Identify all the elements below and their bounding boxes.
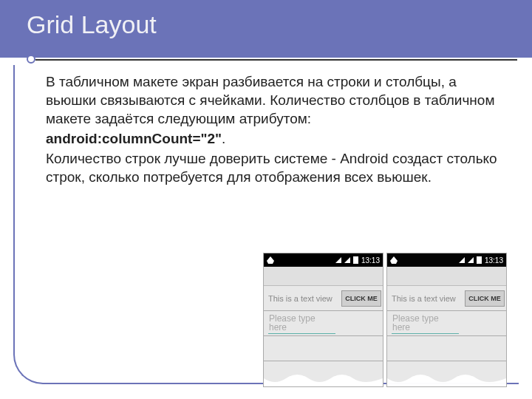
slide-header: Grid Layout xyxy=(0,0,532,58)
attribute-code: android:columnCount="2" xyxy=(46,131,222,146)
app-bar xyxy=(264,267,383,286)
slide-content: В табличном макете экран разбивается на … xyxy=(15,65,519,186)
android-icon xyxy=(390,256,398,264)
click-me-button[interactable]: CLICK ME xyxy=(465,290,505,307)
status-bar: 13:13 xyxy=(264,253,383,267)
text-input[interactable]: Please type here xyxy=(268,313,335,334)
phone-mockup-group: 13:13 This is a text view CLICK ME Pleas… xyxy=(263,253,507,387)
status-time: 13:13 xyxy=(361,256,380,265)
battery-icon xyxy=(477,256,482,264)
paragraph-1: В табличном макете экран разбивается на … xyxy=(46,72,504,128)
divider-line xyxy=(35,59,517,61)
status-time: 13:13 xyxy=(485,256,503,265)
grid-row-3 xyxy=(387,336,506,361)
status-bar: 13:13 xyxy=(387,253,506,267)
text-input[interactable]: Please type here xyxy=(392,313,459,334)
divider-dot xyxy=(27,55,35,64)
divider xyxy=(27,56,517,64)
attribute-line: android:columnCount="2". xyxy=(46,129,504,148)
attribute-suffix: . xyxy=(222,131,225,146)
textview-cell: This is a text view xyxy=(264,294,340,303)
grid-row-3 xyxy=(264,336,383,361)
wifi-icon xyxy=(335,257,341,263)
torn-edge xyxy=(387,361,506,386)
signal-icon xyxy=(468,257,474,263)
textview-cell: This is a text view xyxy=(387,294,463,303)
slide-body-frame: В табличном макете экран разбивается на … xyxy=(13,65,519,384)
phone-mockup-right: 13:13 This is a text view CLICK ME Pleas… xyxy=(386,253,507,387)
app-bar xyxy=(387,267,506,286)
torn-edge xyxy=(264,361,383,386)
slide-title: Grid Layout xyxy=(27,10,532,39)
phone-mockup-left: 13:13 This is a text view CLICK ME Pleas… xyxy=(263,253,383,387)
grid-row-1: This is a text view CLICK ME xyxy=(387,286,506,311)
grid-row-2: Please type here xyxy=(264,311,383,336)
android-icon xyxy=(267,256,274,264)
grid-row-2: Please type here xyxy=(387,311,506,336)
click-me-button[interactable]: CLICK ME xyxy=(341,290,381,307)
battery-icon xyxy=(353,256,358,264)
grid-row-1: This is a text view CLICK ME xyxy=(264,286,383,311)
paragraph-2: Количество строк лучше доверить системе … xyxy=(46,149,504,186)
signal-icon xyxy=(344,257,350,263)
wifi-icon xyxy=(459,257,465,263)
